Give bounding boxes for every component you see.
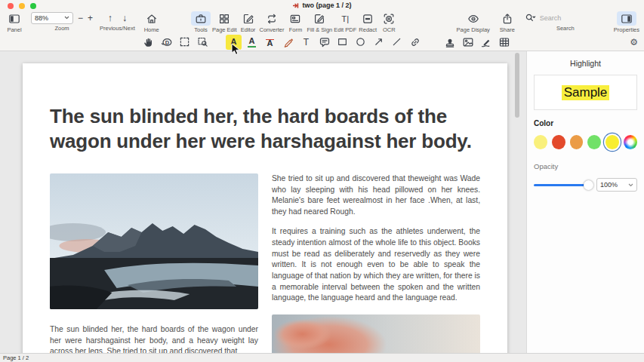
search-icon xyxy=(525,13,536,23)
tab-fill-sign[interactable]: Fill & Sign xyxy=(307,11,332,33)
underline-tool[interactable]: A xyxy=(244,35,260,50)
tab-tools[interactable]: Tools xyxy=(191,11,211,33)
ellipse-tool[interactable] xyxy=(353,35,368,50)
link-icon xyxy=(409,36,421,48)
content-select-tool[interactable]: D xyxy=(159,35,174,50)
annotation-settings-button[interactable]: ⚙ xyxy=(630,33,638,51)
opacity-dropdown[interactable]: 100% xyxy=(596,178,637,192)
tab-label: Redact xyxy=(359,26,377,33)
form-icon xyxy=(285,11,305,26)
document-viewport[interactable]: The sun blinded her, the hard boards of … xyxy=(0,51,526,353)
panel-button[interactable]: Panel xyxy=(5,11,24,33)
signature-icon xyxy=(480,36,492,48)
line-tool[interactable] xyxy=(389,35,405,50)
zoom-control: 88% − + Zoom xyxy=(31,11,93,33)
previous-page-button[interactable]: ↑ xyxy=(108,13,112,23)
pen-icon xyxy=(282,36,294,48)
zoom-label: Zoom xyxy=(54,25,69,32)
opacity-slider[interactable] xyxy=(534,180,591,190)
properties-label: Properties xyxy=(614,26,639,33)
vertical-scrollbar[interactable] xyxy=(515,53,519,118)
zoom-level-dropdown[interactable]: 88% xyxy=(31,12,73,24)
content-area: The sun blinded her, the hard boards of … xyxy=(0,51,644,353)
toolbox-icon xyxy=(191,11,211,26)
color-swatch[interactable] xyxy=(570,135,584,149)
search-control: Search xyxy=(525,11,606,33)
tab-redact[interactable]: Redact xyxy=(358,11,377,33)
strikethrough-tool[interactable]: A xyxy=(262,35,278,50)
sample-text: Sample xyxy=(562,85,610,100)
color-swatch[interactable] xyxy=(587,135,601,149)
signature-tool[interactable] xyxy=(478,35,494,50)
toolbar-right-group: Page Display Share Search Properties xyxy=(457,11,639,33)
paragraph-right-2: It requires a training such as the athle… xyxy=(272,226,480,303)
text-tool[interactable]: T xyxy=(298,35,314,50)
opacity-slider-thumb[interactable] xyxy=(584,180,593,190)
search-box[interactable] xyxy=(525,11,606,24)
tab-label: Editor xyxy=(241,26,256,33)
zoom-out-button[interactable]: − xyxy=(78,13,83,23)
rectangle-icon xyxy=(337,36,348,48)
home-button[interactable]: Home xyxy=(142,11,162,33)
link-tool[interactable] xyxy=(407,35,423,50)
image-tool[interactable] xyxy=(460,35,476,50)
zoom-area-tool[interactable] xyxy=(195,35,211,50)
color-swatch[interactable] xyxy=(605,135,619,149)
chevron-down-icon xyxy=(628,183,633,187)
tab-label: Form xyxy=(289,26,303,33)
editor-icon xyxy=(239,11,258,26)
annotation-toolbar: D A A A T xyxy=(0,33,644,51)
color-swatch[interactable] xyxy=(552,135,565,149)
stamp-tool[interactable] xyxy=(442,35,458,50)
next-page-button[interactable]: ↓ xyxy=(122,13,127,23)
mountain-photo xyxy=(50,173,258,309)
prev-next-label: Previous/Next xyxy=(100,25,135,32)
tab-ocr[interactable]: OCR xyxy=(379,11,399,33)
tab-editor[interactable]: Editor xyxy=(239,11,258,33)
tab-label: Edit PDF xyxy=(334,26,356,33)
sidebar-title: Highlight xyxy=(534,59,637,68)
line-icon xyxy=(391,36,402,48)
rectangle-tool[interactable] xyxy=(334,35,350,50)
note-tool[interactable] xyxy=(316,35,332,50)
share-label: Share xyxy=(500,26,515,33)
pdf-page[interactable]: The sun blinded her, the hard boards of … xyxy=(23,63,507,353)
zoom-area-icon xyxy=(197,36,208,48)
color-label: Color xyxy=(534,119,637,127)
stamp-icon xyxy=(444,36,456,48)
color-wheel-button[interactable] xyxy=(624,135,637,149)
converter-icon xyxy=(262,11,282,26)
main-toolbar: Panel 88% − + Zoom ↑ ↓ Previous/N xyxy=(0,10,644,33)
pan-tool[interactable] xyxy=(140,35,156,50)
marquee-select-tool[interactable] xyxy=(177,35,193,50)
search-input[interactable] xyxy=(538,14,606,23)
paragraph-right-1: She tried to sit up and discovered that … xyxy=(272,173,480,217)
home-icon xyxy=(142,11,162,26)
toolbar-left-group: Panel 88% − + Zoom ↑ ↓ Previous/N xyxy=(5,11,162,33)
ocr-icon xyxy=(379,11,399,26)
home-label: Home xyxy=(144,26,159,33)
page-display-button[interactable]: Page Display xyxy=(457,11,490,33)
color-swatches xyxy=(534,135,637,149)
freehand-tool[interactable] xyxy=(280,35,296,50)
prev-next-control: ↑ ↓ Previous/Next xyxy=(100,11,135,33)
properties-button[interactable]: Properties xyxy=(614,11,639,33)
opacity-label: Opacity xyxy=(534,162,637,170)
tab-page-edit[interactable]: Page Edit xyxy=(212,11,237,33)
share-button[interactable]: Share xyxy=(498,11,517,33)
edit-pdf-icon: T| xyxy=(337,11,353,26)
table-tool[interactable] xyxy=(496,35,512,50)
tab-form[interactable]: Form xyxy=(285,11,305,33)
chevron-down-icon xyxy=(64,16,69,20)
color-swatch[interactable] xyxy=(534,135,547,149)
arrow-icon xyxy=(373,36,384,48)
image-icon xyxy=(462,36,474,48)
panel-icon xyxy=(5,11,24,26)
tab-converter[interactable]: Converter xyxy=(260,11,285,33)
tab-edit-pdf[interactable]: T| Edit PDF xyxy=(334,11,356,33)
clouds-photo xyxy=(272,314,480,353)
arrow-tool[interactable] xyxy=(371,35,387,50)
zoom-in-button[interactable]: + xyxy=(88,13,93,23)
marquee-icon xyxy=(179,36,190,48)
app-window: two (page 1 / 2) Panel 88% − + xyxy=(0,0,644,362)
